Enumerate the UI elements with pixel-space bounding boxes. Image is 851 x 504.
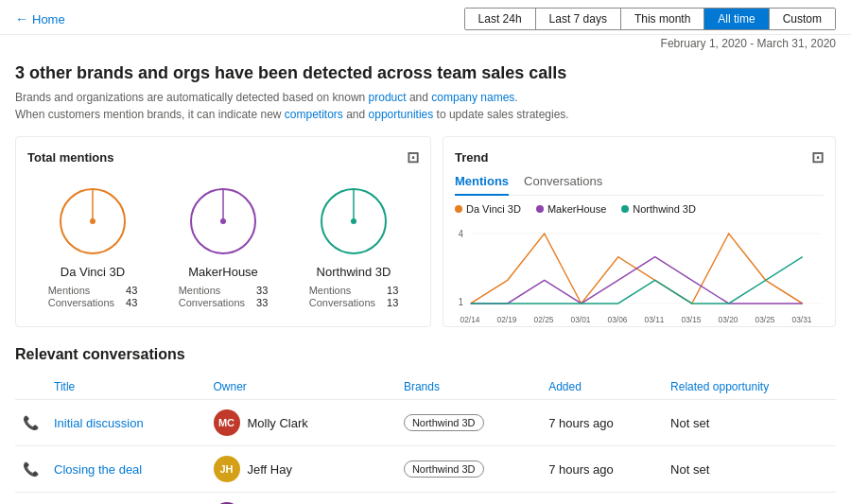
legend-northwind: Northwind 3D bbox=[621, 203, 696, 215]
legend-davinci: Da Vinci 3D bbox=[455, 203, 521, 215]
makerhouse-circle bbox=[185, 183, 261, 259]
row-brand: Northwind 3D bbox=[396, 493, 541, 505]
legend-label-northwind: Northwind 3D bbox=[633, 203, 696, 215]
table-header-row: Title Owner Brands Added Related opportu… bbox=[15, 374, 836, 400]
filter-last7days[interactable]: Last 7 days bbox=[536, 9, 621, 29]
row-phone-icon: 📞 bbox=[15, 400, 46, 446]
cards-row: Total mentions ⊡ Da Vinci 3D Ment bbox=[15, 136, 836, 327]
time-filter-group: Last 24h Last 7 days This month All time… bbox=[464, 8, 836, 30]
legend-dot-makerhouse bbox=[536, 205, 544, 213]
filter-thismonth[interactable]: This month bbox=[621, 9, 704, 29]
svg-text:03/15: 03/15 bbox=[682, 315, 702, 324]
tab-conversations[interactable]: Conversations bbox=[524, 174, 602, 196]
trend-card: Trend ⊡ Mentions Conversations Da Vinci … bbox=[443, 136, 836, 327]
table-body: 📞 Initial discussion MC Molly Clark Nort… bbox=[15, 400, 836, 505]
svg-text:03/25: 03/25 bbox=[755, 315, 775, 324]
owner-name: Molly Clark bbox=[248, 416, 308, 430]
northwind-stats: Mentions 13 Conversations 13 bbox=[309, 285, 399, 308]
legend-dot-northwind bbox=[621, 205, 629, 213]
legend-label-davinci: Da Vinci 3D bbox=[466, 203, 521, 215]
row-title[interactable]: Initial discussion bbox=[46, 493, 206, 505]
brand-tag: Northwind 3D bbox=[404, 414, 484, 431]
card-title-mentions: Total mentions ⊡ bbox=[27, 148, 419, 166]
subtitle-line1: Brands and organizations are automatical… bbox=[15, 91, 518, 104]
row-opportunity: Not set bbox=[663, 446, 836, 493]
page-title: 3 other brands and orgs have been detect… bbox=[15, 63, 836, 83]
date-range: February 1, 2020 - March 31, 2020 bbox=[0, 35, 851, 56]
svg-text:03/20: 03/20 bbox=[719, 315, 738, 324]
opportunities-link[interactable]: opportunities bbox=[369, 108, 434, 121]
davinci-circle-svg bbox=[55, 183, 130, 259]
svg-text:03/31: 03/31 bbox=[792, 315, 812, 324]
back-button[interactable]: ← Home bbox=[15, 11, 65, 26]
th-owner: Owner bbox=[206, 374, 396, 400]
filter-alltime[interactable]: All time bbox=[704, 9, 769, 29]
svg-text:03/11: 03/11 bbox=[645, 315, 665, 324]
svg-text:02/14: 02/14 bbox=[460, 315, 480, 324]
product-link[interactable]: product bbox=[369, 91, 407, 104]
svg-point-5 bbox=[220, 218, 226, 224]
trend-tabs: Mentions Conversations bbox=[455, 174, 824, 196]
davinci-stats: Mentions 43 Conversations 43 bbox=[48, 285, 138, 308]
table-row: 📞 Initial discussion MC Molly Clark Nort… bbox=[15, 400, 836, 446]
th-icon bbox=[15, 374, 46, 400]
svg-point-8 bbox=[351, 218, 356, 224]
svg-text:02/25: 02/25 bbox=[534, 315, 554, 324]
row-title[interactable]: Initial discussion bbox=[46, 400, 206, 446]
row-opportunity: Not set bbox=[663, 493, 836, 505]
company-link[interactable]: company names bbox=[431, 91, 514, 104]
svg-text:4: 4 bbox=[459, 229, 464, 239]
svg-text:02/19: 02/19 bbox=[497, 315, 517, 324]
row-owner: JH Jeff Hay bbox=[206, 446, 396, 493]
table-row: 📞 Initial discussion JS Joni Sherman Nor… bbox=[15, 493, 836, 505]
subtitle-line2: When customers mention brands, it can in… bbox=[15, 108, 569, 121]
tab-mentions[interactable]: Mentions bbox=[455, 174, 509, 196]
table-header: Title Owner Brands Added Related opportu… bbox=[15, 374, 836, 400]
davinci-circle bbox=[55, 183, 130, 259]
back-arrow-icon: ← bbox=[15, 11, 28, 26]
svg-text:1: 1 bbox=[459, 297, 463, 307]
conversations-table: Title Owner Brands Added Related opportu… bbox=[15, 374, 836, 504]
card-title-trend: Trend ⊡ bbox=[455, 148, 824, 166]
owner-avatar: MC bbox=[214, 409, 240, 436]
brand-northwind: Northwind 3D Mentions 13 Conversations 1… bbox=[309, 183, 399, 308]
competitors-link[interactable]: competitors bbox=[285, 108, 343, 121]
back-label: Home bbox=[32, 12, 65, 26]
makerhouse-stats: Mentions 33 Conversations 33 bbox=[179, 285, 269, 308]
row-title[interactable]: Closing the deal bbox=[46, 446, 206, 493]
legend-dot-davinci bbox=[455, 205, 462, 213]
table-row: 📞 Closing the deal JH Jeff Hay Northwind… bbox=[15, 446, 836, 493]
th-added: Added bbox=[541, 374, 663, 400]
chart-legend: Da Vinci 3D MakerHouse Northwind 3D bbox=[455, 203, 824, 215]
row-opportunity: Not set bbox=[663, 400, 836, 446]
th-opportunity: Related opportunity bbox=[663, 374, 836, 400]
trend-share-icon[interactable]: ⊡ bbox=[811, 148, 824, 166]
th-brands: Brands bbox=[396, 374, 541, 400]
svg-text:03/06: 03/06 bbox=[608, 315, 628, 324]
row-added: a day ago bbox=[541, 493, 663, 505]
legend-label-makerhouse: MakerHouse bbox=[547, 203, 606, 215]
trend-chart: 4 1 02/14 02/19 02/25 03/ bbox=[455, 220, 824, 315]
owner-name: Jeff Hay bbox=[248, 462, 292, 477]
legend-makerhouse: MakerHouse bbox=[536, 203, 606, 215]
row-added: 7 hours ago bbox=[541, 446, 663, 493]
makerhouse-name: MakerHouse bbox=[188, 265, 258, 279]
header: ← Home Last 24h Last 7 days This month A… bbox=[0, 0, 851, 35]
davinci-name: Da Vinci 3D bbox=[61, 265, 125, 279]
row-brand: Northwind 3D bbox=[396, 400, 541, 446]
row-owner: JS Joni Sherman bbox=[206, 493, 396, 505]
northwind-name: Northwind 3D bbox=[317, 265, 391, 279]
filter-last24h[interactable]: Last 24h bbox=[465, 9, 536, 29]
row-brand: Northwind 3D bbox=[396, 446, 541, 493]
brand-makerhouse: MakerHouse Mentions 33 Conversations 33 bbox=[179, 183, 269, 308]
row-phone-icon: 📞 bbox=[15, 446, 46, 493]
mentions-share-icon[interactable]: ⊡ bbox=[407, 148, 419, 166]
row-phone-icon: 📞 bbox=[15, 493, 46, 505]
northwind-circle-svg bbox=[316, 183, 391, 259]
brands-row: Da Vinci 3D Mentions 43 Conversations 43 bbox=[27, 174, 419, 314]
th-title[interactable]: Title bbox=[46, 374, 206, 400]
svg-text:03/01: 03/01 bbox=[571, 315, 591, 324]
filter-custom[interactable]: Custom bbox=[770, 9, 835, 29]
makerhouse-circle-svg bbox=[185, 183, 261, 259]
trend-chart-svg: 4 1 02/14 02/19 02/25 03/ bbox=[455, 220, 824, 324]
